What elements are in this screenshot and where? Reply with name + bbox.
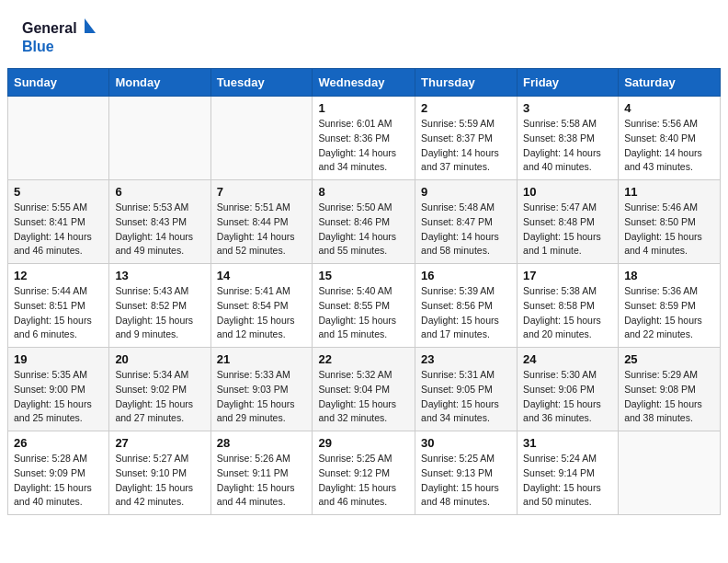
day-info: Sunrise: 5:29 AM Sunset: 9:08 PM Dayligh… (624, 368, 714, 426)
day-info: Sunrise: 5:27 AM Sunset: 9:10 PM Dayligh… (115, 452, 204, 510)
day-number: 12 (14, 269, 103, 282)
calendar-cell: 7Sunrise: 5:51 AM Sunset: 8:44 PM Daylig… (210, 180, 313, 264)
day-info: Sunrise: 5:41 AM Sunset: 8:54 PM Dayligh… (217, 284, 307, 342)
day-number: 2 (421, 101, 511, 115)
day-number: 24 (523, 352, 612, 366)
calendar-row: 26Sunrise: 5:28 AM Sunset: 9:09 PM Dayli… (8, 431, 721, 515)
calendar-cell: 8Sunrise: 5:50 AM Sunset: 8:46 PM Daylig… (313, 180, 415, 264)
day-info: Sunrise: 5:31 AM Sunset: 9:05 PM Dayligh… (421, 368, 511, 426)
calendar-cell: 31Sunrise: 5:24 AM Sunset: 9:14 PM Dayli… (518, 431, 619, 515)
calendar-cell: 15Sunrise: 5:40 AM Sunset: 8:55 PM Dayli… (313, 264, 415, 348)
calendar-cell: 22Sunrise: 5:32 AM Sunset: 9:04 PM Dayli… (313, 348, 415, 431)
calendar-cell: 24Sunrise: 5:30 AM Sunset: 9:06 PM Dayli… (518, 348, 619, 431)
day-number: 23 (421, 352, 511, 366)
day-number: 17 (523, 269, 612, 282)
calendar-cell: 16Sunrise: 5:39 AM Sunset: 8:56 PM Dayli… (415, 264, 518, 348)
day-info: Sunrise: 5:51 AM Sunset: 8:44 PM Dayligh… (217, 201, 307, 259)
calendar-cell: 29Sunrise: 5:25 AM Sunset: 9:12 PM Dayli… (313, 431, 415, 515)
calendar-cell: 12Sunrise: 5:44 AM Sunset: 8:51 PM Dayli… (8, 264, 109, 348)
day-info: Sunrise: 5:40 AM Sunset: 8:55 PM Dayligh… (318, 284, 409, 342)
day-info: Sunrise: 5:33 AM Sunset: 9:03 PM Dayligh… (217, 368, 307, 426)
day-info: Sunrise: 5:56 AM Sunset: 8:40 PM Dayligh… (624, 117, 714, 175)
day-info: Sunrise: 5:32 AM Sunset: 9:04 PM Dayligh… (318, 368, 409, 426)
calendar-row: 1Sunrise: 6:01 AM Sunset: 8:36 PM Daylig… (8, 97, 721, 180)
day-number: 19 (14, 352, 103, 366)
day-info: Sunrise: 5:36 AM Sunset: 8:59 PM Dayligh… (624, 284, 714, 342)
day-number: 21 (217, 352, 307, 366)
calendar-cell (8, 97, 109, 180)
calendar-cell: 20Sunrise: 5:34 AM Sunset: 9:02 PM Dayli… (109, 348, 210, 431)
calendar-cell: 26Sunrise: 5:28 AM Sunset: 9:09 PM Dayli… (8, 431, 109, 515)
day-info: Sunrise: 5:44 AM Sunset: 8:51 PM Dayligh… (14, 284, 103, 342)
day-number: 16 (421, 269, 511, 282)
weekday-monday: Monday (109, 69, 210, 97)
calendar-cell: 19Sunrise: 5:35 AM Sunset: 9:00 PM Dayli… (8, 348, 109, 431)
day-number: 11 (624, 185, 714, 199)
day-number: 13 (115, 269, 204, 282)
day-number: 6 (115, 185, 204, 199)
day-number: 10 (523, 185, 612, 199)
header: General Blue (0, 0, 728, 68)
day-number: 5 (14, 185, 103, 199)
calendar-cell: 2Sunrise: 5:59 AM Sunset: 8:37 PM Daylig… (415, 97, 518, 180)
day-info: Sunrise: 5:34 AM Sunset: 9:02 PM Dayligh… (115, 368, 204, 426)
weekday-tuesday: Tuesday (210, 69, 313, 97)
calendar-cell: 30Sunrise: 5:25 AM Sunset: 9:13 PM Dayli… (415, 431, 518, 515)
svg-marker-2 (85, 18, 96, 33)
day-number: 20 (115, 352, 204, 366)
day-number: 25 (624, 352, 714, 366)
day-info: Sunrise: 6:01 AM Sunset: 8:36 PM Dayligh… (318, 117, 409, 175)
calendar-cell: 1Sunrise: 6:01 AM Sunset: 8:36 PM Daylig… (313, 97, 415, 180)
day-number: 4 (624, 101, 714, 115)
calendar-cell: 11Sunrise: 5:46 AM Sunset: 8:50 PM Dayli… (619, 180, 721, 264)
calendar-wrapper: SundayMondayTuesdayWednesdayThursdayFrid… (0, 68, 728, 532)
day-info: Sunrise: 5:43 AM Sunset: 8:52 PM Dayligh… (115, 284, 204, 342)
day-number: 28 (217, 436, 307, 450)
day-info: Sunrise: 5:53 AM Sunset: 8:43 PM Dayligh… (115, 201, 204, 259)
day-number: 31 (523, 436, 612, 450)
calendar-body: 1Sunrise: 6:01 AM Sunset: 8:36 PM Daylig… (8, 97, 721, 515)
day-info: Sunrise: 5:59 AM Sunset: 8:37 PM Dayligh… (421, 117, 511, 175)
day-info: Sunrise: 5:35 AM Sunset: 9:00 PM Dayligh… (14, 368, 103, 426)
calendar-cell: 28Sunrise: 5:26 AM Sunset: 9:11 PM Dayli… (210, 431, 313, 515)
day-number: 30 (421, 436, 511, 450)
weekday-friday: Friday (518, 69, 619, 97)
day-info: Sunrise: 5:46 AM Sunset: 8:50 PM Dayligh… (624, 201, 714, 259)
calendar-cell: 3Sunrise: 5:58 AM Sunset: 8:38 PM Daylig… (518, 97, 619, 180)
calendar-table: SundayMondayTuesdayWednesdayThursdayFrid… (7, 68, 721, 515)
day-number: 27 (115, 436, 204, 450)
weekday-thursday: Thursday (415, 69, 518, 97)
day-number: 14 (217, 269, 307, 282)
day-number: 8 (318, 185, 409, 199)
day-info: Sunrise: 5:39 AM Sunset: 8:56 PM Dayligh… (421, 284, 511, 342)
calendar-cell: 21Sunrise: 5:33 AM Sunset: 9:03 PM Dayli… (210, 348, 313, 431)
day-info: Sunrise: 5:28 AM Sunset: 9:09 PM Dayligh… (14, 452, 103, 510)
calendar-cell: 23Sunrise: 5:31 AM Sunset: 9:05 PM Dayli… (415, 348, 518, 431)
calendar-cell (210, 97, 313, 180)
svg-text:Blue: Blue (22, 39, 54, 54)
calendar-cell: 14Sunrise: 5:41 AM Sunset: 8:54 PM Dayli… (210, 264, 313, 348)
calendar-cell: 9Sunrise: 5:48 AM Sunset: 8:47 PM Daylig… (415, 180, 518, 264)
calendar-cell (619, 431, 721, 515)
day-number: 22 (318, 352, 409, 366)
calendar-row: 12Sunrise: 5:44 AM Sunset: 8:51 PM Dayli… (8, 264, 721, 348)
calendar-cell: 4Sunrise: 5:56 AM Sunset: 8:40 PM Daylig… (619, 97, 721, 180)
calendar-cell: 5Sunrise: 5:55 AM Sunset: 8:41 PM Daylig… (8, 180, 109, 264)
weekday-header-row: SundayMondayTuesdayWednesdayThursdayFrid… (8, 69, 721, 97)
day-number: 1 (318, 101, 409, 115)
logo-svg: General Blue (22, 17, 96, 59)
day-info: Sunrise: 5:47 AM Sunset: 8:48 PM Dayligh… (523, 201, 612, 259)
calendar-cell (109, 97, 210, 180)
day-info: Sunrise: 5:25 AM Sunset: 9:12 PM Dayligh… (318, 452, 409, 510)
day-info: Sunrise: 5:38 AM Sunset: 8:58 PM Dayligh… (523, 284, 612, 342)
weekday-sunday: Sunday (8, 69, 109, 97)
day-number: 3 (523, 101, 612, 115)
day-info: Sunrise: 5:48 AM Sunset: 8:47 PM Dayligh… (421, 201, 511, 259)
calendar-row: 19Sunrise: 5:35 AM Sunset: 9:00 PM Dayli… (8, 348, 721, 431)
calendar-cell: 17Sunrise: 5:38 AM Sunset: 8:58 PM Dayli… (518, 264, 619, 348)
day-info: Sunrise: 5:58 AM Sunset: 8:38 PM Dayligh… (523, 117, 612, 175)
logo: General Blue (22, 17, 96, 59)
calendar-cell: 10Sunrise: 5:47 AM Sunset: 8:48 PM Dayli… (518, 180, 619, 264)
day-info: Sunrise: 5:24 AM Sunset: 9:14 PM Dayligh… (523, 452, 612, 510)
day-info: Sunrise: 5:50 AM Sunset: 8:46 PM Dayligh… (318, 201, 409, 259)
